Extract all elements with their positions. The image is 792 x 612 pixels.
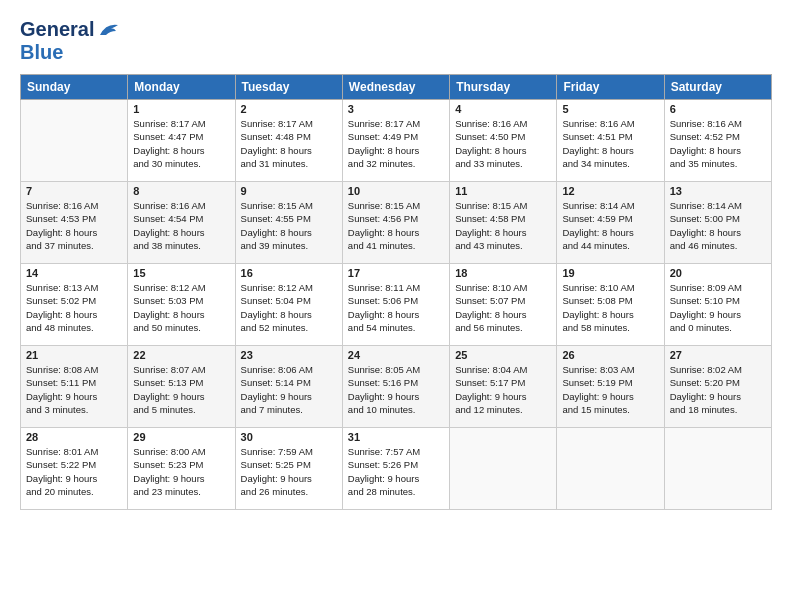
calendar-cell: 31Sunrise: 7:57 AM Sunset: 5:26 PM Dayli…	[342, 428, 449, 510]
day-info: Sunrise: 8:17 AM Sunset: 4:47 PM Dayligh…	[133, 117, 229, 170]
day-number: 10	[348, 185, 444, 197]
weekday-header: Monday	[128, 75, 235, 100]
day-number: 25	[455, 349, 551, 361]
calendar-cell: 19Sunrise: 8:10 AM Sunset: 5:08 PM Dayli…	[557, 264, 664, 346]
day-number: 13	[670, 185, 766, 197]
day-info: Sunrise: 8:04 AM Sunset: 5:17 PM Dayligh…	[455, 363, 551, 416]
day-number: 18	[455, 267, 551, 279]
calendar-table: SundayMondayTuesdayWednesdayThursdayFrid…	[20, 74, 772, 510]
day-info: Sunrise: 8:16 AM Sunset: 4:53 PM Dayligh…	[26, 199, 122, 252]
day-number: 27	[670, 349, 766, 361]
day-info: Sunrise: 8:08 AM Sunset: 5:11 PM Dayligh…	[26, 363, 122, 416]
calendar-cell: 9Sunrise: 8:15 AM Sunset: 4:55 PM Daylig…	[235, 182, 342, 264]
day-number: 6	[670, 103, 766, 115]
calendar-week-row: 28Sunrise: 8:01 AM Sunset: 5:22 PM Dayli…	[21, 428, 772, 510]
weekday-header: Wednesday	[342, 75, 449, 100]
day-info: Sunrise: 8:15 AM Sunset: 4:56 PM Dayligh…	[348, 199, 444, 252]
day-number: 15	[133, 267, 229, 279]
weekday-header-row: SundayMondayTuesdayWednesdayThursdayFrid…	[21, 75, 772, 100]
calendar-cell: 17Sunrise: 8:11 AM Sunset: 5:06 PM Dayli…	[342, 264, 449, 346]
calendar-cell: 14Sunrise: 8:13 AM Sunset: 5:02 PM Dayli…	[21, 264, 128, 346]
calendar-cell: 18Sunrise: 8:10 AM Sunset: 5:07 PM Dayli…	[450, 264, 557, 346]
logo: General Blue	[20, 18, 120, 64]
day-info: Sunrise: 8:17 AM Sunset: 4:49 PM Dayligh…	[348, 117, 444, 170]
day-info: Sunrise: 8:13 AM Sunset: 5:02 PM Dayligh…	[26, 281, 122, 334]
logo-general: General	[20, 18, 94, 41]
calendar-cell: 3Sunrise: 8:17 AM Sunset: 4:49 PM Daylig…	[342, 100, 449, 182]
day-number: 2	[241, 103, 337, 115]
calendar-cell: 24Sunrise: 8:05 AM Sunset: 5:16 PM Dayli…	[342, 346, 449, 428]
day-number: 9	[241, 185, 337, 197]
calendar-cell	[450, 428, 557, 510]
day-info: Sunrise: 8:15 AM Sunset: 4:55 PM Dayligh…	[241, 199, 337, 252]
day-number: 30	[241, 431, 337, 443]
calendar-cell: 28Sunrise: 8:01 AM Sunset: 5:22 PM Dayli…	[21, 428, 128, 510]
day-number: 14	[26, 267, 122, 279]
calendar-cell	[21, 100, 128, 182]
calendar-cell: 7Sunrise: 8:16 AM Sunset: 4:53 PM Daylig…	[21, 182, 128, 264]
calendar-cell: 26Sunrise: 8:03 AM Sunset: 5:19 PM Dayli…	[557, 346, 664, 428]
day-number: 29	[133, 431, 229, 443]
weekday-header: Sunday	[21, 75, 128, 100]
day-number: 4	[455, 103, 551, 115]
day-info: Sunrise: 7:57 AM Sunset: 5:26 PM Dayligh…	[348, 445, 444, 498]
day-info: Sunrise: 8:10 AM Sunset: 5:08 PM Dayligh…	[562, 281, 658, 334]
calendar-cell: 5Sunrise: 8:16 AM Sunset: 4:51 PM Daylig…	[557, 100, 664, 182]
calendar-cell: 16Sunrise: 8:12 AM Sunset: 5:04 PM Dayli…	[235, 264, 342, 346]
calendar-cell: 22Sunrise: 8:07 AM Sunset: 5:13 PM Dayli…	[128, 346, 235, 428]
calendar-cell: 15Sunrise: 8:12 AM Sunset: 5:03 PM Dayli…	[128, 264, 235, 346]
day-number: 8	[133, 185, 229, 197]
day-number: 7	[26, 185, 122, 197]
weekday-header: Tuesday	[235, 75, 342, 100]
day-info: Sunrise: 8:02 AM Sunset: 5:20 PM Dayligh…	[670, 363, 766, 416]
day-info: Sunrise: 8:05 AM Sunset: 5:16 PM Dayligh…	[348, 363, 444, 416]
weekday-header: Saturday	[664, 75, 771, 100]
day-number: 11	[455, 185, 551, 197]
day-number: 31	[348, 431, 444, 443]
day-info: Sunrise: 8:16 AM Sunset: 4:51 PM Dayligh…	[562, 117, 658, 170]
calendar-cell: 2Sunrise: 8:17 AM Sunset: 4:48 PM Daylig…	[235, 100, 342, 182]
calendar-cell	[557, 428, 664, 510]
calendar-cell: 21Sunrise: 8:08 AM Sunset: 5:11 PM Dayli…	[21, 346, 128, 428]
calendar-week-row: 1Sunrise: 8:17 AM Sunset: 4:47 PM Daylig…	[21, 100, 772, 182]
day-number: 26	[562, 349, 658, 361]
day-info: Sunrise: 8:16 AM Sunset: 4:50 PM Dayligh…	[455, 117, 551, 170]
day-info: Sunrise: 8:12 AM Sunset: 5:03 PM Dayligh…	[133, 281, 229, 334]
calendar-cell: 8Sunrise: 8:16 AM Sunset: 4:54 PM Daylig…	[128, 182, 235, 264]
day-info: Sunrise: 8:15 AM Sunset: 4:58 PM Dayligh…	[455, 199, 551, 252]
day-number: 5	[562, 103, 658, 115]
day-number: 24	[348, 349, 444, 361]
day-number: 16	[241, 267, 337, 279]
day-info: Sunrise: 8:07 AM Sunset: 5:13 PM Dayligh…	[133, 363, 229, 416]
day-info: Sunrise: 8:10 AM Sunset: 5:07 PM Dayligh…	[455, 281, 551, 334]
day-info: Sunrise: 8:03 AM Sunset: 5:19 PM Dayligh…	[562, 363, 658, 416]
calendar-cell: 13Sunrise: 8:14 AM Sunset: 5:00 PM Dayli…	[664, 182, 771, 264]
calendar-week-row: 7Sunrise: 8:16 AM Sunset: 4:53 PM Daylig…	[21, 182, 772, 264]
day-number: 1	[133, 103, 229, 115]
header: General Blue	[20, 18, 772, 64]
day-number: 28	[26, 431, 122, 443]
calendar-cell: 10Sunrise: 8:15 AM Sunset: 4:56 PM Dayli…	[342, 182, 449, 264]
logo-bird-icon	[98, 21, 120, 39]
day-info: Sunrise: 8:16 AM Sunset: 4:54 PM Dayligh…	[133, 199, 229, 252]
day-number: 21	[26, 349, 122, 361]
day-number: 12	[562, 185, 658, 197]
day-info: Sunrise: 8:14 AM Sunset: 5:00 PM Dayligh…	[670, 199, 766, 252]
calendar-cell: 27Sunrise: 8:02 AM Sunset: 5:20 PM Dayli…	[664, 346, 771, 428]
day-number: 20	[670, 267, 766, 279]
day-info: Sunrise: 8:16 AM Sunset: 4:52 PM Dayligh…	[670, 117, 766, 170]
weekday-header: Thursday	[450, 75, 557, 100]
day-info: Sunrise: 8:09 AM Sunset: 5:10 PM Dayligh…	[670, 281, 766, 334]
calendar-cell: 25Sunrise: 8:04 AM Sunset: 5:17 PM Dayli…	[450, 346, 557, 428]
day-number: 17	[348, 267, 444, 279]
day-info: Sunrise: 7:59 AM Sunset: 5:25 PM Dayligh…	[241, 445, 337, 498]
calendar-week-row: 21Sunrise: 8:08 AM Sunset: 5:11 PM Dayli…	[21, 346, 772, 428]
day-info: Sunrise: 8:11 AM Sunset: 5:06 PM Dayligh…	[348, 281, 444, 334]
calendar-cell: 4Sunrise: 8:16 AM Sunset: 4:50 PM Daylig…	[450, 100, 557, 182]
day-number: 22	[133, 349, 229, 361]
calendar-cell: 1Sunrise: 8:17 AM Sunset: 4:47 PM Daylig…	[128, 100, 235, 182]
day-number: 19	[562, 267, 658, 279]
calendar-cell: 6Sunrise: 8:16 AM Sunset: 4:52 PM Daylig…	[664, 100, 771, 182]
calendar-cell: 20Sunrise: 8:09 AM Sunset: 5:10 PM Dayli…	[664, 264, 771, 346]
logo-blue: Blue	[20, 41, 63, 63]
